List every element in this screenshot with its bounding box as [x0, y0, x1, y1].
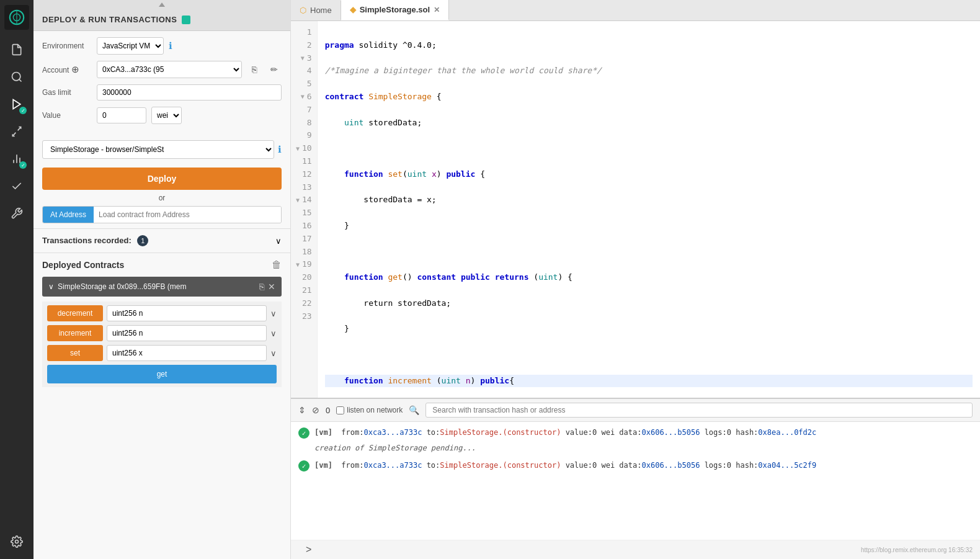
settings-nav-icon[interactable] [4, 529, 29, 554]
add-account-icon[interactable]: ⊕ [71, 64, 79, 74]
fn-set-input[interactable] [107, 345, 267, 361]
transactions-title: Transactions recorded: [42, 236, 131, 245]
environment-label: Environment [42, 42, 92, 50]
log-success-icon-1: ✓ [298, 427, 310, 439]
form-section: Environment JavaScript VM ℹ Account ⊕ 0x… [33, 31, 290, 136]
account-label: Account ⊕ [42, 64, 92, 75]
ln-6: ▼6 [291, 91, 317, 104]
environment-row: Environment JavaScript VM ℹ [42, 37, 282, 55]
code-area: 1 2 ▼3 4 5 ▼6 7 8 9 ▼10 11 12 13 ▼14 15 … [291, 21, 980, 398]
home-tab-label: Home [310, 6, 332, 15]
sol-tab-label: SimpleStorage.sol [360, 5, 430, 14]
listen-network-label: listen on network [336, 406, 403, 414]
console-footer: > https://blog.remix.ethereum.org 16:35:… [291, 540, 980, 559]
log-text-1: [vm] from:0xca3...a733c to:SimpleStorage… [314, 427, 816, 438]
contract-instance-name: SimpleStorage at 0x089...659FB (mem [58, 282, 256, 291]
contract-copy-icon[interactable]: ⎘ [259, 282, 264, 292]
copy-account-icon[interactable]: ⎘ [247, 62, 262, 77]
tools-nav-icon[interactable] [4, 201, 29, 226]
listen-network-checkbox[interactable] [336, 406, 344, 414]
account-select[interactable]: 0xCA3...a733c (95 [97, 61, 242, 78]
code-line-9 [325, 246, 973, 259]
ln-10: ▼10 [291, 142, 317, 155]
contract-select[interactable]: SimpleStorage - browser/SimpleSt [42, 140, 274, 159]
value-unit-select[interactable]: wei [151, 107, 182, 124]
code-content[interactable]: pragma solidity ^0.4.0; /*Imagine a bigi… [318, 21, 980, 398]
code-line-8: } [325, 220, 973, 233]
code-line-4: uint storedData; [325, 117, 973, 130]
scroll-up-arrow [159, 2, 165, 7]
code-line-7: storedData = x; [325, 194, 973, 207]
log-success-icon-2: ✓ [298, 460, 310, 472]
ln-19: ▼19 [291, 258, 317, 271]
console-expand-btn[interactable]: ⇕ [298, 405, 306, 415]
tab-simplestorage[interactable]: ◆ SimpleStorage.sol ✕ [341, 0, 449, 20]
fn-set-btn[interactable]: set [47, 345, 103, 361]
contract-close-icon[interactable]: ✕ [268, 282, 275, 292]
deployed-header: Deployed Contracts 🗑 [42, 259, 282, 271]
at-address-input[interactable] [94, 207, 281, 223]
ln-9: 9 [291, 129, 317, 142]
search-nav-icon[interactable] [4, 65, 29, 89]
environment-select[interactable]: JavaScript VM [97, 37, 164, 55]
verify-nav-icon[interactable] [4, 174, 29, 199]
console-search-icon[interactable]: 🔍 [409, 405, 419, 415]
files-icon[interactable] [4, 37, 29, 62]
pending-text: creation of SimpleStorage pending... [314, 444, 973, 452]
gas-limit-input[interactable] [97, 84, 282, 101]
at-address-button[interactable]: At Address [43, 207, 94, 223]
ln-23: 23 [291, 310, 317, 323]
contract-select-row: SimpleStorage - browser/SimpleSt ℹ [33, 136, 290, 163]
scroll-up[interactable] [33, 0, 290, 9]
delete-contracts-icon[interactable]: 🗑 [272, 259, 282, 271]
environment-info-icon[interactable]: ℹ [169, 40, 172, 51]
ln-18: 18 [291, 246, 317, 259]
fn-increment-btn[interactable]: increment [47, 325, 103, 341]
deployed-section: Deployed Contracts 🗑 ∨ SimpleStorage at … [33, 253, 290, 393]
analytics-badge: ✓ [19, 161, 27, 169]
edit-account-icon[interactable]: ✏ [267, 62, 282, 77]
panel-header: DEPLOY & RUN TRANSACTIONS [33, 9, 290, 31]
console-output: ✓ [vm] from:0xca3...a733c to:SimpleStora… [291, 422, 980, 540]
contract-info-icon[interactable]: ℹ [278, 144, 282, 155]
function-list: decrement ∨ increment ∨ set ∨ get [42, 302, 282, 387]
fn-increment-input[interactable] [107, 325, 267, 341]
at-address-row: At Address [42, 206, 282, 223]
ln-21: 21 [291, 284, 317, 297]
console-stop-btn[interactable]: ⊘ [312, 405, 319, 415]
transactions-section: Transactions recorded: 1 ∨ [33, 228, 290, 253]
fn-increment-expand[interactable]: ∨ [270, 329, 277, 338]
gas-limit-label: Gas limit [42, 88, 92, 97]
fn-decrement-expand[interactable]: ∨ [270, 309, 277, 318]
code-line-11: return storedData; [325, 297, 973, 310]
transactions-chevron[interactable]: ∨ [275, 236, 282, 246]
code-line-10: function get() constant public returns (… [325, 271, 973, 284]
value-input[interactable] [97, 107, 146, 123]
console-chevron[interactable]: > [298, 542, 319, 558]
ln-8: 8 [291, 117, 317, 130]
contract-instance: ∨ SimpleStorage at 0x089...659FB (mem ⎘ … [42, 277, 282, 297]
fn-set-expand[interactable]: ∨ [270, 349, 277, 358]
ln-3: ▼3 [291, 52, 317, 65]
deploy-button[interactable]: Deploy [42, 168, 282, 190]
deploy-nav-icon[interactable]: ✓ [4, 92, 29, 117]
fn-decrement-btn[interactable]: decrement [47, 305, 103, 321]
sol-tab-close[interactable]: ✕ [434, 6, 440, 14]
line-numbers: 1 2 ▼3 4 5 ▼6 7 8 9 ▼10 11 12 13 ▼14 15 … [291, 21, 318, 398]
console-toolbar: ⇕ ⊘ 0 listen on network 🔍 [291, 399, 980, 422]
contract-expand-icon[interactable]: ∨ [48, 282, 54, 291]
tab-home[interactable]: ⬡ Home [291, 1, 341, 20]
transactions-header[interactable]: Transactions recorded: 1 ∨ [42, 235, 282, 246]
deploy-badge: ✓ [19, 107, 27, 114]
svg-line-4 [19, 79, 22, 82]
fn-get-btn[interactable]: get [47, 365, 277, 383]
log-entry-1: ✓ [vm] from:0xca3...a733c to:SimpleStora… [298, 427, 973, 439]
tabs-bar: ⬡ Home ◆ SimpleStorage.sol ✕ [291, 0, 980, 21]
analytics-nav-icon[interactable]: ✓ [4, 146, 29, 171]
code-line-1: pragma solidity ^0.4.0; [325, 39, 973, 52]
plugin-nav-icon[interactable] [4, 119, 29, 144]
value-label: Value [42, 111, 92, 120]
fn-decrement-input[interactable] [107, 305, 267, 321]
console-search-input[interactable] [425, 403, 973, 418]
code-line-3: contract SimpleStorage { [325, 91, 973, 104]
